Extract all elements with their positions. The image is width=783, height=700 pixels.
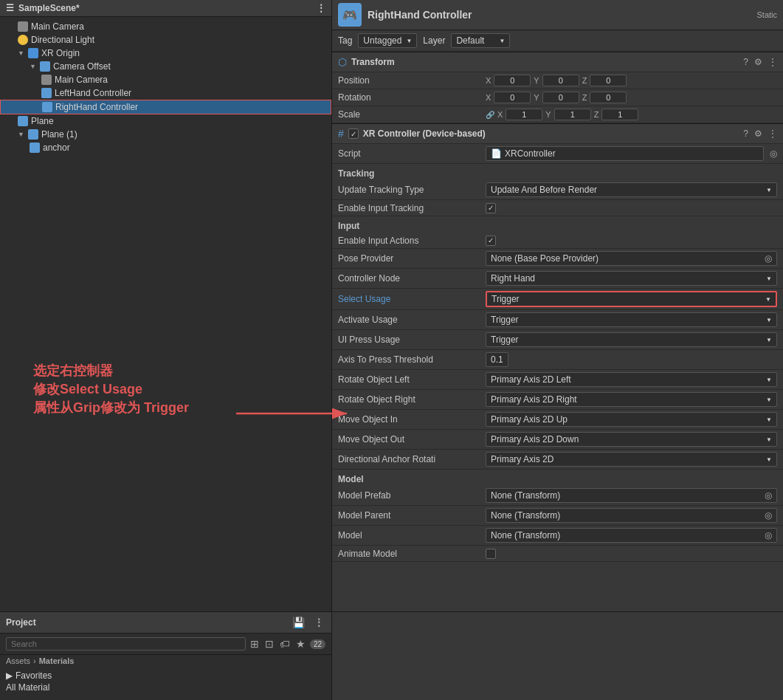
model-ref[interactable]: None (Transform) ◎ bbox=[486, 528, 777, 543]
rotation-z[interactable]: 0 bbox=[590, 92, 627, 103]
enable-input-actions-checkbox[interactable] bbox=[486, 236, 496, 246]
breadcrumb-assets[interactable]: Assets bbox=[6, 656, 30, 665]
script-doc-icon: 📄 bbox=[491, 148, 502, 159]
x-label: X bbox=[486, 93, 491, 102]
activate-usage-row: Activate Usage Trigger ▼ bbox=[332, 310, 783, 330]
hierarchy-header-left: ☰ SampleScene* bbox=[6, 3, 80, 13]
scale-z[interactable]: 1 bbox=[601, 109, 638, 120]
model-prefab-value: None (Transform) ◎ bbox=[486, 488, 777, 503]
settings-icon[interactable]: ⚙ bbox=[754, 57, 762, 67]
rotate-left-value: Primary Axis 2D Left ▼ bbox=[486, 372, 777, 387]
rotation-value: X 0 Y 0 Z 0 bbox=[486, 92, 777, 103]
move-out-dropdown[interactable]: Primary Axis 2D Down ▼ bbox=[486, 432, 777, 447]
more-icon[interactable]: ⋮ bbox=[768, 57, 777, 67]
project-item-all-material[interactable]: All Material bbox=[6, 682, 325, 693]
x-label: X bbox=[497, 110, 503, 119]
cube-icon bbox=[30, 143, 40, 153]
pose-provider-ref[interactable]: None (Base Pose Provider) ◎ bbox=[486, 251, 777, 266]
project-search-input[interactable] bbox=[6, 637, 246, 651]
hierarchy-item-plane-1[interactable]: ▼ Plane (1) bbox=[0, 128, 331, 141]
hierarchy-item-anchor[interactable]: anchor bbox=[0, 141, 331, 154]
hierarchy-menu-icon[interactable]: ⋮ bbox=[317, 3, 325, 13]
transform-component-header[interactable]: ⬡ Transform ? ⚙ ⋮ bbox=[332, 52, 783, 72]
tag-dropdown[interactable]: Untagged ▼ bbox=[358, 33, 417, 48]
hierarchy-item-label: LeftHand Controller bbox=[55, 88, 131, 98]
controller-node-row: Controller Node Right Hand ▼ bbox=[332, 269, 783, 289]
ui-press-usage-dropdown[interactable]: Trigger ▼ bbox=[486, 332, 777, 347]
position-x[interactable]: 0 bbox=[494, 75, 531, 86]
star-icon[interactable]: ★ bbox=[294, 636, 307, 651]
scale-row: Scale 🔗 X 1 Y 1 Z 1 bbox=[332, 106, 783, 123]
tracking-section-label: Tracking bbox=[332, 164, 783, 180]
enable-input-tracking-row: Enable Input Tracking bbox=[332, 200, 783, 216]
layer-dropdown[interactable]: Default ▼ bbox=[451, 33, 510, 48]
transform-title: Transform bbox=[351, 57, 395, 67]
hierarchy-item-plane[interactable]: Plane bbox=[0, 114, 331, 128]
hierarchy-icon: ☰ bbox=[6, 3, 14, 13]
rotate-left-dropdown[interactable]: Primary Axis 2D Left ▼ bbox=[486, 372, 777, 387]
scale-y[interactable]: 1 bbox=[554, 109, 591, 120]
xr-controller-checkbox[interactable] bbox=[348, 128, 359, 139]
more-icon[interactable]: ⋮ bbox=[312, 615, 325, 630]
model-parent-label: Model Parent bbox=[338, 510, 486, 521]
hierarchy-item-lefthand[interactable]: LeftHand Controller bbox=[0, 86, 331, 100]
select-usage-value: Trigger ▼ bbox=[486, 291, 777, 307]
position-y[interactable]: 0 bbox=[542, 75, 579, 86]
hierarchy-item-label: Plane (1) bbox=[41, 129, 77, 140]
rotate-right-dropdown[interactable]: Primary Axis 2D Right ▼ bbox=[486, 392, 777, 407]
animate-model-checkbox[interactable] bbox=[486, 549, 496, 559]
select-usage-label: Select Usage bbox=[338, 294, 486, 304]
axis-press-input[interactable]: 0.1 bbox=[486, 352, 508, 367]
scale-xyz: X 1 Y 1 Z 1 bbox=[497, 109, 638, 120]
animate-model-value bbox=[486, 549, 777, 559]
all-material-label: All Material bbox=[6, 682, 49, 693]
controller-node-value: Right Hand ▼ bbox=[486, 271, 777, 286]
breadcrumb-materials[interactable]: Materials bbox=[39, 656, 75, 665]
hierarchy-body: Main Camera Directional Light ▼ XR Origi… bbox=[0, 17, 331, 611]
rotation-y[interactable]: 0 bbox=[542, 92, 579, 103]
hierarchy-item-righthand[interactable]: RightHand Controller bbox=[0, 100, 331, 114]
hierarchy-item-main-camera-2[interactable]: Main Camera bbox=[0, 73, 331, 86]
controller-node-label: Controller Node bbox=[338, 273, 486, 284]
activate-usage-dropdown[interactable]: Trigger ▼ bbox=[486, 312, 777, 327]
ref-target-icon: ◎ bbox=[765, 510, 772, 521]
hierarchy-item-xr-origin[interactable]: ▼ XR Origin bbox=[0, 47, 331, 60]
dropdown-arrow: ▼ bbox=[765, 296, 771, 303]
directional-anchor-dropdown[interactable]: Primary Axis 2D ▼ bbox=[486, 452, 777, 467]
hierarchy-item-camera-offset[interactable]: ▼ Camera Offset bbox=[0, 60, 331, 73]
dropdown-arrow: ▼ bbox=[766, 317, 772, 323]
filter-icon[interactable]: ⊡ bbox=[263, 636, 275, 651]
controller-node-dropdown[interactable]: Right Hand ▼ bbox=[486, 271, 777, 286]
position-z[interactable]: 0 bbox=[590, 75, 627, 86]
more-icon[interactable]: ⋮ bbox=[768, 128, 777, 139]
tag-label: Tag bbox=[338, 35, 352, 46]
save-icon[interactable]: 💾 bbox=[291, 615, 306, 630]
hierarchy-item-main-camera[interactable]: Main Camera bbox=[0, 20, 331, 33]
help-icon[interactable]: ? bbox=[743, 128, 748, 139]
help-icon[interactable]: ? bbox=[743, 57, 748, 67]
move-in-dropdown[interactable]: Primary Axis 2D Up ▼ bbox=[486, 412, 777, 427]
position-value: X 0 Y 0 Z 0 bbox=[486, 75, 777, 86]
ref-target-icon: ◎ bbox=[765, 490, 772, 501]
rotation-x[interactable]: 0 bbox=[494, 92, 531, 103]
tag-icon[interactable]: 🏷 bbox=[278, 636, 292, 651]
model-parent-ref[interactable]: None (Transform) ◎ bbox=[486, 508, 777, 523]
grid-view-icon[interactable]: ⊞ bbox=[249, 636, 261, 651]
position-row: Position X 0 Y 0 Z 0 bbox=[332, 72, 783, 89]
xr-controller-header[interactable]: # XR Controller (Device-based) ? ⚙ ⋮ bbox=[332, 123, 783, 144]
project-item-favorites[interactable]: ▶ Favorites bbox=[6, 670, 325, 682]
scale-x[interactable]: 1 bbox=[506, 109, 542, 120]
xr-controller-title: XR Controller (Device-based) bbox=[363, 128, 486, 139]
hierarchy-header: ☰ SampleScene* ⋮ bbox=[0, 0, 331, 17]
model-parent-row: Model Parent None (Transform) ◎ bbox=[332, 506, 783, 526]
update-tracking-type-dropdown[interactable]: Update And Before Render ▼ bbox=[486, 182, 777, 197]
enable-input-tracking-checkbox[interactable] bbox=[486, 203, 496, 213]
expand-arrow: ▼ bbox=[18, 49, 25, 57]
settings-icon[interactable]: ⚙ bbox=[754, 128, 762, 139]
hierarchy-item-label: Camera Offset bbox=[53, 61, 111, 72]
move-out-row: Move Object Out Primary Axis 2D Down ▼ bbox=[332, 430, 783, 450]
model-prefab-ref[interactable]: None (Transform) ◎ bbox=[486, 488, 777, 503]
script-field[interactable]: 📄 XRController bbox=[486, 146, 764, 161]
select-usage-dropdown[interactable]: Trigger ▼ bbox=[486, 291, 777, 307]
hierarchy-item-directional-light[interactable]: Directional Light bbox=[0, 33, 331, 47]
